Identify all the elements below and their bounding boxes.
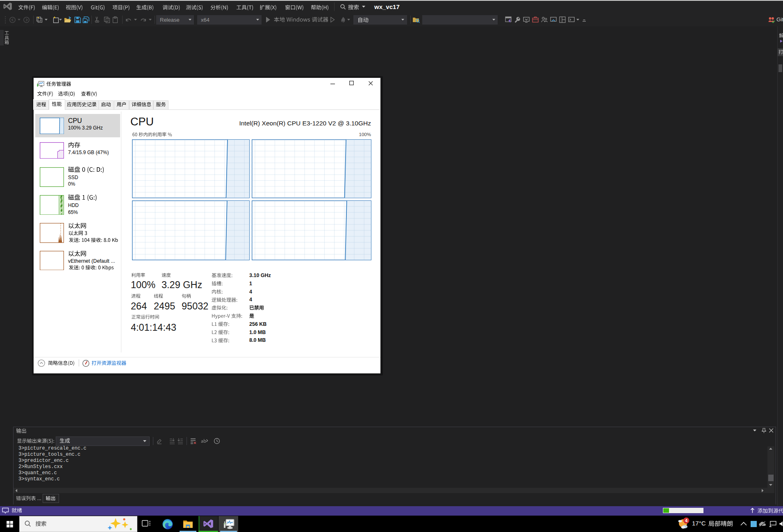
svg-text:4: 4	[685, 518, 688, 523]
